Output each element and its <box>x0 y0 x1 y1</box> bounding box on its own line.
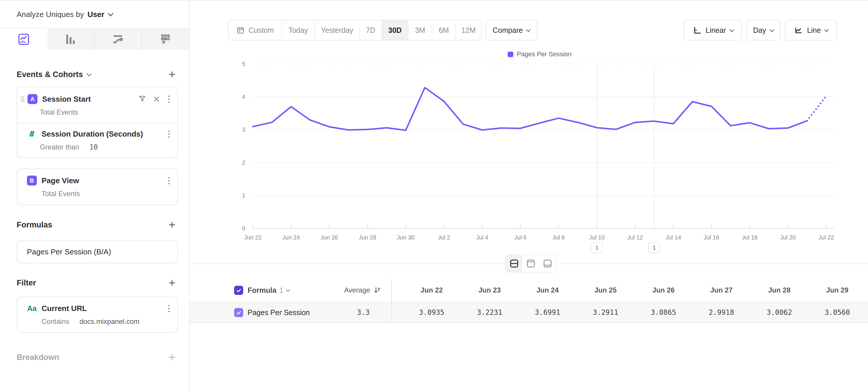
table-cell-value: 3.2231 <box>461 303 519 323</box>
split-horizontal-icon <box>509 259 519 268</box>
annotation-marker[interactable]: 1 <box>648 242 660 253</box>
chart-type-tabstrip <box>0 29 189 50</box>
table-cell-value: 3.6991 <box>519 303 577 323</box>
select-all-checkbox[interactable] <box>234 286 243 295</box>
drag-handle-icon[interactable] <box>21 97 25 102</box>
section-events-cohorts: Events & Cohorts <box>17 67 178 82</box>
average-label: Average <box>344 286 370 294</box>
range-6m[interactable]: 6M <box>432 21 456 40</box>
filter-value[interactable]: docs.mixpanel.com <box>79 317 139 325</box>
table-cell-value: 3.0935 <box>403 303 461 323</box>
y-axis-tick-label: 1 <box>242 192 245 199</box>
x-axis-tick-label: Jul 14 <box>665 234 681 241</box>
tab-metrics-grid[interactable] <box>142 29 189 50</box>
tab-bar-chart[interactable] <box>48 29 95 50</box>
scale-dropdown[interactable]: Linear <box>684 20 742 40</box>
section-title: Breakdown <box>17 353 59 362</box>
plus-icon <box>168 221 176 229</box>
results-table-row[interactable]: Pages Per Session 3.3 3.09353.22313.6991… <box>190 302 868 323</box>
x-axis-tick-label: Jun 24 <box>282 234 300 241</box>
property-filter-operator[interactable]: Greater than <box>40 143 79 151</box>
compare-button[interactable]: Compare <box>485 20 537 40</box>
filter-operator[interactable]: Contains <box>41 317 69 325</box>
range-label: 7D <box>366 26 375 35</box>
x-axis-tick-label: Jun 26 <box>320 234 338 241</box>
filter-funnel-icon[interactable] <box>138 95 147 104</box>
event-name[interactable]: Page View <box>41 176 163 185</box>
panel-bottom-icon <box>543 259 552 268</box>
property-filter-value[interactable]: 10 <box>89 143 98 151</box>
interval-label: Day <box>753 26 766 35</box>
event-measure[interactable]: Total Events <box>40 108 172 116</box>
kebab-menu-icon[interactable] <box>166 129 172 139</box>
checkbox-check-icon <box>236 287 242 294</box>
chart-type-dropdown[interactable]: Line <box>785 20 837 40</box>
x-axis-tick-label: Jun 30 <box>397 234 414 241</box>
section-title: Events & Cohorts <box>17 70 83 79</box>
table-cell-value: 2.9918 <box>692 303 750 323</box>
range-today[interactable]: Today <box>282 21 315 40</box>
property-filter-name[interactable]: Session Duration (Seconds) <box>41 130 163 139</box>
event-card-session-start[interactable]: A Session Start Total Events <box>17 86 178 158</box>
range-30d[interactable]: 30D <box>382 21 408 40</box>
tab-flow[interactable] <box>95 29 142 50</box>
add-formula-button[interactable] <box>166 219 178 231</box>
kebab-menu-icon[interactable] <box>166 94 172 104</box>
interval-dropdown[interactable]: Day <box>746 20 780 40</box>
bar-chart-icon <box>64 32 77 46</box>
event-name[interactable]: Session Start <box>42 95 135 104</box>
formula-name[interactable]: Pages Per Session (B/A) <box>27 247 111 256</box>
chevron-down-icon[interactable] <box>86 72 91 77</box>
plus-icon <box>168 71 176 79</box>
kebab-menu-icon[interactable] <box>166 304 172 313</box>
tab-insights-line[interactable] <box>0 29 48 50</box>
query-builder-body: Events & Cohorts A Session Start <box>0 49 189 391</box>
date-range-segmented-control: Custom Today Yesterday 7D 30D 3M 6M 12M <box>228 20 482 40</box>
event-measure[interactable]: Total Events <box>41 190 172 198</box>
date-column-header: Jun 28 <box>750 278 808 302</box>
sort-descending-icon <box>374 286 381 294</box>
table-column-divider <box>391 278 392 323</box>
filter-card-current-url[interactable]: Aa Current URL Contains docs.mixpanel.co… <box>17 297 178 333</box>
add-filter-button[interactable] <box>166 277 178 289</box>
add-breakdown-button[interactable] <box>166 352 178 363</box>
chevron-down-icon <box>108 10 114 17</box>
x-axis-tick-label: Jun 28 <box>359 234 376 241</box>
layout-split-horizontal-button[interactable] <box>506 255 522 272</box>
plus-icon <box>168 353 176 361</box>
event-badge: B <box>27 175 37 186</box>
kebab-menu-icon[interactable] <box>166 176 172 186</box>
date-column-header: Jun 25 <box>577 278 634 302</box>
line-chart-svg[interactable]: 012345Jun 22Jun 24Jun 26Jun 28Jun 30Jul … <box>190 45 868 267</box>
event-card-page-view[interactable]: B Page View Total Events <box>17 169 178 205</box>
formula-group-label: Formula <box>248 286 277 295</box>
x-axis-tick-label: Jul 4 <box>476 234 488 241</box>
layout-panel-bottom-button[interactable] <box>539 255 556 272</box>
add-event-button[interactable] <box>166 68 178 80</box>
range-yesterday[interactable]: Yesterday <box>315 21 360 40</box>
range-label: 30D <box>389 26 402 35</box>
analyze-uniques-selector[interactable]: Analyze Uniques by User <box>0 1 189 29</box>
analyze-value[interactable]: User <box>88 10 104 19</box>
table-cell-value: 3.2911 <box>577 303 634 323</box>
section-title: Filter <box>17 278 36 287</box>
range-7d[interactable]: 7D <box>360 21 382 40</box>
annotation-marker[interactable]: 1 <box>591 242 602 253</box>
range-3m[interactable]: 3M <box>408 21 432 40</box>
chevron-down-icon <box>526 27 531 32</box>
close-icon[interactable] <box>152 95 161 103</box>
scale-label: Linear <box>706 26 726 35</box>
formula-card[interactable]: Pages Per Session (B/A) <box>17 240 178 263</box>
range-12m[interactable]: 12M <box>456 21 481 40</box>
average-column-header[interactable]: Average <box>277 278 381 302</box>
line-chart-icon <box>794 26 803 35</box>
filter-property-name[interactable]: Current URL <box>41 304 163 313</box>
table-cell-value: 3.0865 <box>634 303 692 323</box>
layout-panel-top-button[interactable] <box>522 255 539 272</box>
range-custom[interactable]: Custom <box>228 21 282 40</box>
insights-report-app: Analyze Uniques by User <box>0 0 868 391</box>
row-checkbox[interactable] <box>234 308 243 317</box>
date-column-header: Jun 23 <box>461 278 519 302</box>
x-axis-tick-label: Jul 6 <box>514 234 526 241</box>
results-table-header: Formula 1 Average Jun 22Jun 23Jun 24Jun … <box>190 278 868 302</box>
